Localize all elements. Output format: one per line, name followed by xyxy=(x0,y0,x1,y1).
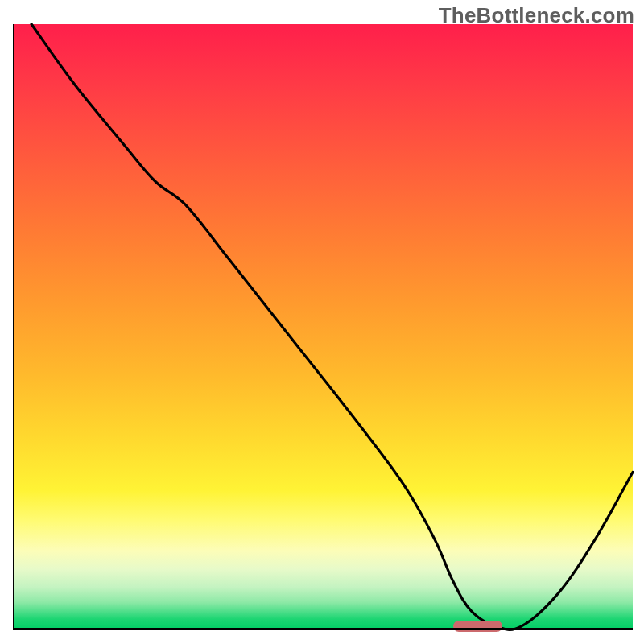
watermark-text: TheBottleneck.com xyxy=(439,3,634,28)
bottleneck-curve xyxy=(13,24,633,630)
chart-container: TheBottleneck.com xyxy=(0,0,644,644)
optimal-range-marker xyxy=(453,621,503,632)
plot-area xyxy=(13,24,633,630)
